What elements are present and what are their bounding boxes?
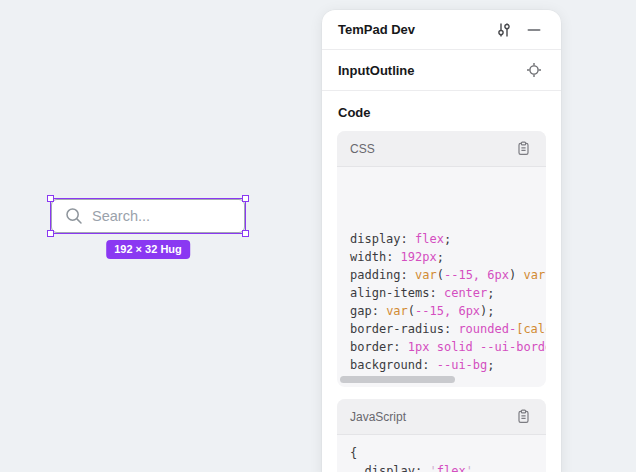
copy-icon[interactable] — [512, 406, 534, 428]
search-input-component[interactable]: Search... — [51, 199, 245, 233]
javascript-block-label: JavaScript — [350, 410, 512, 424]
panel-title: TemPad Dev — [338, 22, 415, 37]
panel-header: TemPad Dev — [322, 10, 561, 50]
horizontal-scrollbar[interactable] — [340, 376, 455, 383]
css-code[interactable]: display: flex;width: 192px;padding: var(… — [337, 167, 546, 387]
selection-handle-bottom-left[interactable] — [47, 230, 54, 237]
sliders-icon[interactable] — [493, 19, 515, 41]
minimize-icon[interactable] — [523, 19, 545, 41]
selected-component[interactable]: Search... — [51, 199, 245, 233]
size-badge: 192 × 32 Hug — [106, 240, 190, 259]
javascript-code[interactable]: { display: 'flex', width: '192px', paddi… — [337, 435, 546, 472]
locate-target-icon[interactable] — [523, 59, 545, 81]
selection-handle-top-right[interactable] — [242, 195, 249, 202]
javascript-code-block: JavaScript { display: 'flex', width: '19… — [337, 399, 546, 472]
search-placeholder-text: Search... — [92, 208, 150, 224]
selected-node-row[interactable]: InputOutline — [322, 50, 561, 91]
css-block-header: CSS — [337, 131, 546, 167]
code-section-label: Code — [338, 105, 545, 120]
tempad-dev-panel: TemPad Dev InputOutline — [322, 10, 561, 472]
selection-handle-bottom-right[interactable] — [242, 230, 249, 237]
selected-node-name: InputOutline — [338, 63, 415, 78]
search-icon — [65, 207, 83, 225]
javascript-block-header: JavaScript — [337, 399, 546, 435]
css-code-block: CSS display: flex;width: 192px;padding: … — [337, 131, 546, 387]
copy-icon[interactable] — [512, 138, 534, 160]
css-block-label: CSS — [350, 142, 512, 156]
selection-handle-top-left[interactable] — [47, 195, 54, 202]
